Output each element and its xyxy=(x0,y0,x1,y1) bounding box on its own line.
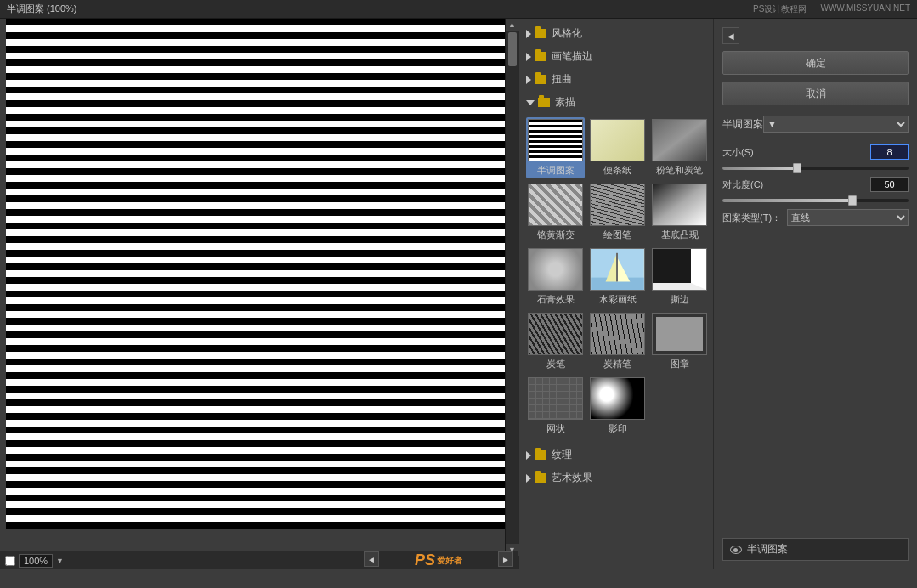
texture-item-shuicai[interactable]: 水彩画纸 xyxy=(588,246,647,308)
texture-label-bianzhi: 便条纸 xyxy=(603,164,631,177)
texture-thumb-goutubi xyxy=(590,184,645,226)
texture-item-bantiao[interactable]: 半调图案 xyxy=(526,117,585,178)
ps-logo-main: PS xyxy=(415,551,435,569)
watermark-site1: PS设计教程网 xyxy=(753,3,807,15)
thumb-mosaic-pattern xyxy=(529,184,582,225)
texture-item-shigao[interactable]: 铬黄渐变 xyxy=(526,182,585,243)
triangle-fenggehua xyxy=(526,30,531,38)
pattern-type-select[interactable]: 直线 圆点 网点 xyxy=(787,209,909,226)
thumb-pencil-pattern xyxy=(591,184,644,225)
category-header-huabi[interactable]: 画笔描边 xyxy=(519,47,713,66)
texture-thumb-shigaoxg xyxy=(528,248,583,291)
category-header-sucai[interactable]: 素描 xyxy=(519,93,713,112)
status-bar: ▼ ◄ PS 爱好者 ► xyxy=(0,551,518,569)
texture-item-jidi[interactable]: 基底凸现 xyxy=(650,182,709,243)
nav-right-arrow[interactable]: ► xyxy=(498,551,513,567)
thumb-charcoal-pencil-pattern xyxy=(591,314,644,354)
texture-item-fenbi[interactable]: 粉笔和炭笔 xyxy=(650,117,709,178)
status-checkbox[interactable] xyxy=(5,556,15,566)
category-label-niuqu: 扭曲 xyxy=(552,72,572,87)
pattern-type-row: 图案类型(T)： 直线 圆点 网点 xyxy=(722,209,909,226)
texture-label-shuicai: 水彩画纸 xyxy=(599,293,637,306)
texture-label-shigaoxg: 石膏效果 xyxy=(537,293,575,306)
texture-item-shigaoxg[interactable]: 石膏效果 xyxy=(526,246,585,308)
category-label-sucai: 素描 xyxy=(555,95,575,110)
texture-thumb-tanjingbi xyxy=(590,313,645,355)
thumb-charcoal-pattern xyxy=(529,314,582,354)
contrast-slider-track xyxy=(722,199,852,202)
folder-icon-wenli xyxy=(535,450,546,460)
collapse-icon: ◀ xyxy=(727,31,734,41)
category-fenggehua: 风格化 xyxy=(519,22,713,45)
texture-thumb-fenbi xyxy=(652,119,707,161)
contrast-label: 对比度(C) xyxy=(722,178,782,191)
texture-thumb-tanbi xyxy=(528,313,583,355)
filter-panel[interactable]: 风格化 画笔描边 扭曲 素描 xyxy=(518,19,714,569)
category-label-fenggehua: 风格化 xyxy=(552,26,582,41)
vertical-scrollbar[interactable]: ▲ ▼ xyxy=(505,19,518,556)
category-header-yishu[interactable]: 艺术效果 xyxy=(519,468,713,488)
texture-label-tuzhang: 图章 xyxy=(671,358,689,370)
collapse-button[interactable]: ◀ xyxy=(722,27,739,44)
texture-label-tanbi: 炭笔 xyxy=(546,358,565,370)
svg-rect-4 xyxy=(616,253,618,282)
canvas-container xyxy=(0,19,518,529)
logo-area: PS 爱好者 xyxy=(415,551,462,569)
texture-thumb-xieyin xyxy=(590,377,645,420)
size-input[interactable] xyxy=(870,144,909,160)
category-label-wenli: 纹理 xyxy=(552,448,572,462)
confirm-button[interactable]: 确定 xyxy=(722,51,909,75)
texture-item-tanbi[interactable]: 炭笔 xyxy=(526,311,585,372)
texture-thumb-wangzhuang xyxy=(528,377,583,420)
scroll-up-arrow[interactable]: ▲ xyxy=(506,19,519,31)
zoom-input[interactable] xyxy=(19,554,53,568)
texture-item-xieyin[interactable]: 影印 xyxy=(588,376,647,437)
contrast-input[interactable] xyxy=(870,177,909,192)
texture-thumb-tuzhang xyxy=(652,313,707,355)
texture-label-tanjingbi: 炭精笔 xyxy=(603,358,631,370)
contrast-slider[interactable] xyxy=(722,199,909,202)
thumb-watercolor-pattern xyxy=(591,249,644,290)
category-header-niuqu[interactable]: 扭曲 xyxy=(519,70,713,89)
texture-item-duanbian[interactable]: 撕边 xyxy=(650,246,709,308)
thumb-relief-pattern xyxy=(653,184,706,225)
halftone-canvas xyxy=(6,19,512,529)
zoom-box: ▼ xyxy=(5,554,64,568)
folder-icon-niuqu xyxy=(535,75,546,84)
size-slider[interactable] xyxy=(722,167,909,170)
thumb-plaster-pattern xyxy=(529,249,582,290)
cancel-button[interactable]: 取消 xyxy=(722,82,909,105)
texture-item-tanjingbi[interactable]: 炭精笔 xyxy=(588,311,647,372)
nav-left-arrow[interactable]: ◄ xyxy=(364,551,379,567)
texture-item-goutubi[interactable]: 绘图笔 xyxy=(588,182,647,243)
texture-label-goutubi: 绘图笔 xyxy=(603,229,631,241)
category-huabi: 画笔描边 xyxy=(519,45,713,68)
texture-label-shigao: 铬黄渐变 xyxy=(537,229,575,241)
scroll-thumb-vertical[interactable] xyxy=(508,32,517,66)
title-text: 半调图案 (100%) xyxy=(7,3,77,15)
triangle-niuqu xyxy=(526,76,531,84)
thumb-sticky-pattern xyxy=(591,120,644,161)
texture-thumb-shigao xyxy=(528,184,583,226)
filter-select-dropdown[interactable]: ▼ xyxy=(763,116,909,133)
thumb-duanbian-pattern xyxy=(653,249,706,290)
eye-icon[interactable] xyxy=(730,546,742,554)
texture-grid: 半调图案 便条纸 粉笔和炭笔 xyxy=(519,112,713,442)
texture-item-tuzhang[interactable]: 图章 xyxy=(650,311,709,372)
size-slider-row xyxy=(722,167,909,170)
zoom-dropdown-arrow[interactable]: ▼ xyxy=(56,557,64,565)
category-label-huabi: 画笔描边 xyxy=(552,49,592,64)
contrast-slider-thumb[interactable] xyxy=(848,195,857,206)
contrast-slider-row xyxy=(722,199,909,202)
texture-item-bianzhi[interactable]: 便条纸 xyxy=(588,117,647,178)
status-arrows: ◄ PS 爱好者 ► xyxy=(364,551,513,569)
settings-section: 大小(S) 对比度(C) xyxy=(722,139,909,238)
category-header-fenggehua[interactable]: 风格化 xyxy=(519,24,713,43)
right-panel: ◀ 确定 取消 半调图案 ▼ 大小(S) xyxy=(714,19,917,569)
folder-icon-fenggehua xyxy=(535,29,546,38)
texture-item-wangzhuang[interactable]: 网状 xyxy=(526,376,585,437)
category-header-wenli[interactable]: 纹理 xyxy=(519,445,713,465)
texture-thumb-bianzhi xyxy=(590,119,645,161)
size-slider-thumb[interactable] xyxy=(793,163,801,173)
texture-label-wangzhuang: 网状 xyxy=(546,422,565,435)
